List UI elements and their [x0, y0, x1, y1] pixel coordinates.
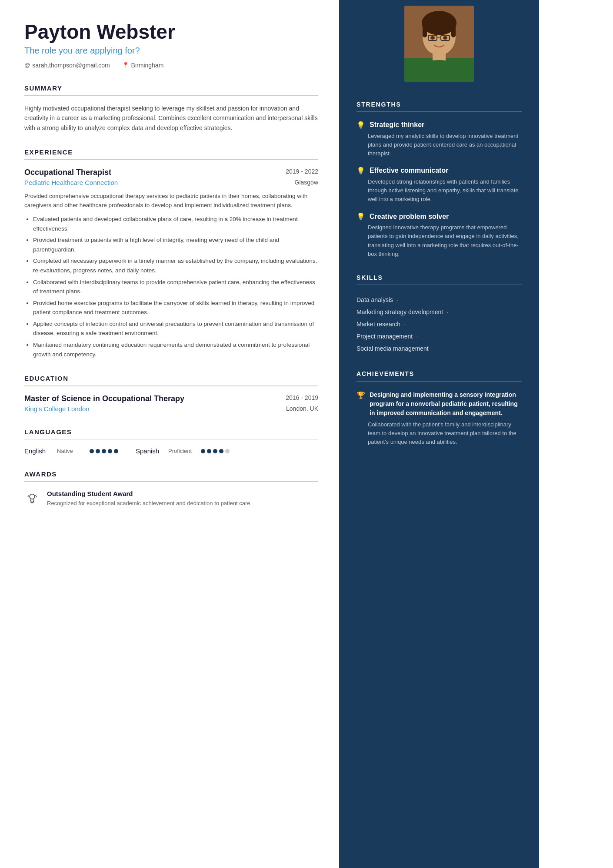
photo-svg: [404, 6, 474, 82]
skills-section: SKILLS Data analysis · Marketing strateg…: [356, 274, 522, 355]
svg-point-0: [30, 494, 35, 499]
achievement-1-header: 🏆 Designing and implementing a sensory i…: [356, 390, 522, 418]
award-item: Outstanding Student Award Recognized for…: [24, 490, 318, 508]
left-panel: Payton Webster The role you are applying…: [0, 0, 339, 868]
achievements-section: ACHIEVEMENTS 🏆 Designing and implementin…: [356, 370, 522, 446]
strengths-section: STRENGTHS 💡 Strategic thinker Leveraged …: [356, 101, 522, 258]
photo-area: [339, 0, 539, 87]
bullet-5: Provided home exercise programs to facil…: [33, 298, 318, 317]
lang-level-spanish: Proficient: [168, 448, 197, 454]
bullet-1: Evaluated patients and developed collabo…: [33, 214, 318, 233]
job-description: Provided comprehensive occupational ther…: [24, 191, 318, 210]
job-company: Pediatric Healthcare Connection: [24, 179, 118, 186]
achievements-title: ACHIEVEMENTS: [356, 370, 522, 377]
achievement-1-desc: Collaborated with the patient's family a…: [356, 420, 522, 446]
svg-rect-9: [451, 22, 456, 37]
lang-level-english: Native: [57, 448, 85, 454]
skill-4: Project management ·: [356, 330, 522, 342]
lang-name-spanish: Spanish: [136, 447, 164, 455]
experience-divider: [24, 159, 318, 160]
job-title: Occupational Therapist: [24, 168, 111, 177]
strength-1-title: Strategic thinker: [370, 121, 424, 129]
strength-3-title: Creative problem solver: [370, 213, 449, 221]
experience-title: EXPERIENCE: [24, 148, 318, 156]
communicator-icon: 💡: [356, 167, 365, 175]
summary-title: SUMMARY: [24, 84, 318, 92]
edu-location: London, UK: [286, 405, 318, 412]
candidate-role: The role you are applying for?: [24, 46, 318, 56]
header-section: Payton Webster The role you are applying…: [24, 21, 318, 69]
creative-icon: 💡: [356, 212, 365, 221]
skill-2: Marketing strategy development ·: [356, 306, 522, 318]
dot-e2: [96, 449, 100, 453]
svg-point-14: [443, 36, 447, 40]
dot-e5: [114, 449, 118, 453]
edu-header: Master of Science in Occupational Therap…: [24, 394, 318, 403]
languages-row: English Native Spanish Proficient: [24, 447, 318, 455]
dot-e3: [102, 449, 106, 453]
award-content: Outstanding Student Award Recognized for…: [47, 490, 252, 508]
location-value: Birmingham: [131, 62, 164, 69]
bullet-7: Maintained mandatory continuing educatio…: [33, 340, 318, 359]
location-item: 📍 Birmingham: [122, 62, 164, 69]
email-icon: @: [24, 62, 30, 68]
lang-name-english: English: [24, 447, 53, 455]
dot-s1: [201, 449, 205, 453]
job-location: Glasgow: [295, 179, 318, 186]
dot-e4: [108, 449, 112, 453]
strength-1-desc: Leveraged my analytic skills to develop …: [356, 132, 522, 158]
email-value: sarah.thompson@gmail.com: [32, 62, 110, 69]
dot-s3: [213, 449, 217, 453]
dot-s2: [207, 449, 211, 453]
skills-title: SKILLS: [356, 274, 522, 281]
strength-2-header: 💡 Effective communicator: [356, 167, 522, 175]
dot-e1: [90, 449, 94, 453]
education-title: EDUCATION: [24, 375, 318, 382]
summary-divider: [24, 95, 318, 96]
strengths-divider: [356, 111, 522, 112]
strengths-title: STRENGTHS: [356, 101, 522, 108]
strength-3-desc: Designed innovative therapy programs tha…: [356, 223, 522, 258]
award-icon: [24, 491, 40, 506]
edu-date: 2016 - 2019: [286, 394, 318, 401]
edu-degree: Master of Science in Occupational Therap…: [24, 394, 184, 403]
skill-5: Social media management: [356, 342, 522, 355]
job-header: Occupational Therapist 2019 - 2022: [24, 168, 318, 177]
edu-school: King's College London: [24, 405, 90, 412]
experience-section: EXPERIENCE Occupational Therapist 2019 -…: [24, 148, 318, 359]
achievement-icon: 🏆: [356, 391, 365, 418]
job-company-row: Pediatric Healthcare Connection Glasgow: [24, 179, 318, 186]
job-bullets: Evaluated patients and developed collabo…: [24, 214, 318, 359]
strength-3-header: 💡 Creative problem solver: [356, 212, 522, 221]
lang-dots-english: [90, 449, 118, 453]
bullet-2: Provided treatment to patients with a hi…: [33, 235, 318, 254]
summary-text: Highly motivated occupational therapist …: [24, 104, 318, 133]
job-date: 2019 - 2022: [286, 168, 318, 175]
strength-2: 💡 Effective communicator Developed stron…: [356, 167, 522, 204]
skills-divider: [356, 285, 522, 285]
languages-title: LANGUAGES: [24, 428, 318, 436]
svg-point-13: [430, 36, 435, 40]
education-section: EDUCATION Master of Science in Occupatio…: [24, 375, 318, 412]
strength-2-desc: Developed strong relationships with pati…: [356, 178, 522, 204]
award-title: Outstanding Student Award: [47, 490, 252, 497]
award-description: Recognized for exceptional academic achi…: [47, 499, 252, 508]
lang-dots-spanish: [201, 449, 230, 453]
bullet-4: Collaborated with interdisciplinary team…: [33, 278, 318, 296]
skill-3: Market research ·: [356, 318, 522, 330]
languages-section: LANGUAGES English Native Spanish: [24, 428, 318, 455]
strength-1: 💡 Strategic thinker Leveraged my analyti…: [356, 121, 522, 158]
contact-row: @ sarah.thompson@gmail.com 📍 Birmingham: [24, 62, 318, 69]
languages-divider: [24, 439, 318, 440]
strategic-icon: 💡: [356, 121, 365, 129]
right-panel: STRENGTHS 💡 Strategic thinker Leveraged …: [339, 0, 539, 868]
bullet-6: Applied concepts of infection control an…: [33, 319, 318, 338]
summary-section: SUMMARY Highly motivated occupational th…: [24, 84, 318, 133]
language-english: English Native: [24, 447, 118, 455]
strength-2-title: Effective communicator: [370, 167, 448, 174]
right-content: STRENGTHS 💡 Strategic thinker Leveraged …: [339, 87, 539, 476]
awards-title: AWARDS: [24, 470, 318, 478]
dot-s4: [219, 449, 223, 453]
achievement-1-title: Designing and implementing a sensory int…: [370, 390, 522, 418]
edu-school-row: King's College London London, UK: [24, 405, 318, 412]
